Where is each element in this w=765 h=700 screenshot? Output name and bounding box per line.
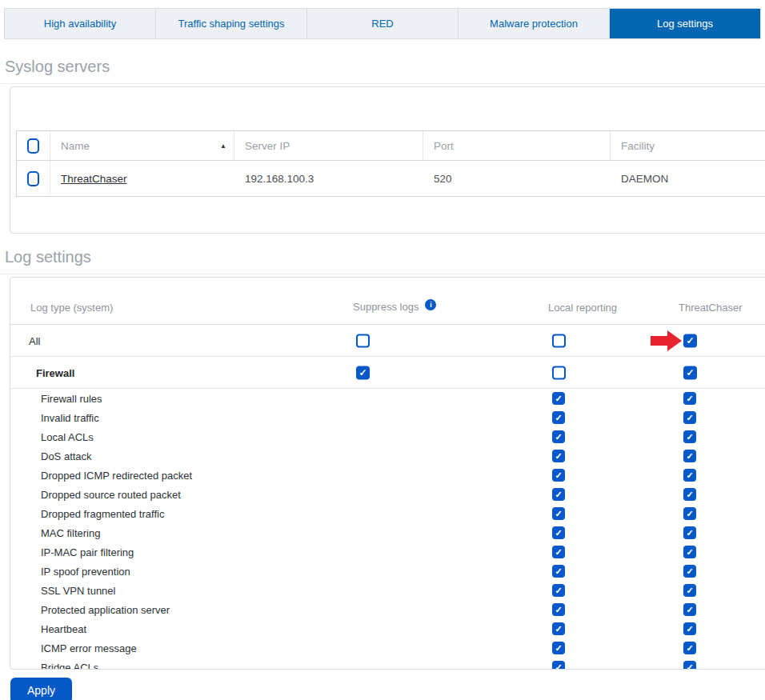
log-settings-header: Log type (system) Suppress logsi Local r… [10, 278, 765, 325]
log-row: SSL VPN tunnel✓✓ [10, 581, 765, 600]
column-header-name[interactable]: Name ▲ [50, 131, 234, 160]
log-settings-panel: Log type (system) Suppress logsi Local r… [10, 277, 765, 670]
column-header-server-ip[interactable]: Server IP [234, 131, 423, 160]
column-header-log-type: Log type (system) [30, 302, 113, 314]
log-row-label: Dropped fragmented traffic [41, 508, 164, 520]
log-row-label: IP-MAC pair filtering [41, 546, 134, 558]
apply-button[interactable]: Apply [10, 678, 72, 700]
row-select-checkbox[interactable] [27, 171, 39, 186]
remote-checkbox[interactable]: ✓ [683, 430, 696, 443]
local-checkbox[interactable]: ✓ [552, 469, 565, 482]
log-row: IP-MAC pair filtering✓✓ [10, 542, 765, 562]
remote-checkbox[interactable]: ✓ [683, 565, 696, 578]
local-checkbox[interactable] [552, 334, 566, 347]
local-checkbox[interactable]: ✓ [552, 603, 565, 616]
remote-checkbox[interactable]: ✓ [683, 334, 697, 347]
log-row: Firewall✓✓ [10, 357, 765, 389]
log-row-label: All [29, 334, 40, 346]
log-row: Local ACLs✓✓ [10, 427, 765, 446]
log-row: Invalid traffic✓✓ [10, 408, 765, 427]
log-row-label: Protected application server [41, 604, 170, 616]
local-checkbox[interactable] [552, 366, 566, 379]
remote-checkbox[interactable]: ✓ [683, 507, 696, 520]
log-row: IP spoof prevention✓✓ [10, 562, 765, 581]
row-select-cell [17, 161, 50, 196]
local-checkbox[interactable]: ✓ [552, 450, 565, 462]
log-row: MAC filtering✓✓ [10, 523, 765, 542]
info-icon[interactable]: i [425, 299, 436, 310]
log-row: DoS attack✓✓ [10, 446, 765, 466]
syslog-table: Name ▲ Server IP Port Facility ThreatCha… [16, 130, 765, 197]
tab-malware-protection[interactable]: Malware protection [459, 9, 610, 38]
remote-checkbox[interactable]: ✓ [683, 661, 696, 670]
syslog-section-title: Syslog servers [0, 58, 765, 84]
tab-high-availability[interactable]: High availability [5, 9, 156, 38]
local-checkbox[interactable]: ✓ [552, 584, 565, 597]
log-row: Dropped source routed packet✓✓ [10, 485, 765, 504]
column-header-threatchaser: ThreatChaser [679, 302, 742, 314]
remote-checkbox[interactable]: ✓ [683, 526, 696, 539]
log-row-label: Local ACLs [41, 431, 94, 443]
column-header-suppress-logs: Suppress logsi [353, 301, 436, 314]
log-row-label: IP spoof prevention [41, 566, 130, 578]
local-checkbox[interactable]: ✓ [552, 411, 565, 424]
log-row-label: Bridge ACLs [41, 662, 98, 670]
server-name-cell: ThreatChaser [50, 161, 234, 196]
local-checkbox[interactable]: ✓ [552, 392, 565, 405]
log-row-label: Heartbeat [41, 623, 86, 635]
remote-checkbox[interactable]: ✓ [683, 411, 696, 424]
remote-checkbox[interactable]: ✓ [683, 469, 696, 482]
local-checkbox[interactable]: ✓ [552, 488, 565, 501]
log-row: Dropped ICMP redirected packet✓✓ [10, 466, 765, 485]
remote-checkbox[interactable]: ✓ [683, 603, 696, 616]
log-row: Firewall rules✓✓ [10, 389, 765, 408]
suppress-checkbox[interactable] [356, 334, 370, 347]
log-rows: All✓Firewall✓✓Firewall rules✓✓Invalid tr… [10, 325, 765, 670]
sort-ascending-icon[interactable]: ▲ [220, 142, 226, 150]
log-row: Bridge ACLs✓✓ [10, 658, 765, 670]
local-checkbox[interactable]: ✓ [552, 661, 565, 670]
local-checkbox[interactable]: ✓ [552, 526, 565, 539]
column-header-port[interactable]: Port [423, 131, 611, 160]
column-header-facility[interactable]: Facility [611, 131, 765, 160]
remote-checkbox[interactable]: ✓ [683, 488, 696, 501]
local-checkbox[interactable]: ✓ [552, 565, 565, 578]
remote-checkbox[interactable]: ✓ [683, 546, 696, 558]
log-row-label: ICMP error message [41, 642, 137, 654]
tab-red[interactable]: RED [307, 9, 459, 38]
column-header-local-reporting: Local reporting [548, 302, 617, 314]
remote-checkbox[interactable]: ✓ [683, 622, 696, 635]
log-row: Heartbeat✓✓ [10, 619, 765, 638]
log-row-label: MAC filtering [41, 527, 100, 539]
suppress-checkbox[interactable]: ✓ [356, 366, 370, 379]
settings-tabbar: High availabilityTraffic shaping setting… [4, 8, 761, 39]
local-checkbox[interactable]: ✓ [552, 642, 565, 654]
log-row: ICMP error message✓✓ [10, 638, 765, 658]
local-checkbox[interactable]: ✓ [552, 546, 565, 558]
log-row-label: Dropped source routed packet [41, 489, 181, 501]
log-row: All✓ [10, 325, 765, 357]
remote-checkbox[interactable]: ✓ [683, 642, 696, 654]
remote-checkbox[interactable]: ✓ [683, 584, 696, 597]
log-row-label: SSL VPN tunnel [41, 585, 115, 597]
log-row: Dropped fragmented traffic✓✓ [10, 504, 765, 523]
server-port-cell: 520 [423, 161, 611, 196]
syslog-panel: Name ▲ Server IP Port Facility ThreatCha… [10, 86, 765, 234]
log-row: Protected application server✓✓ [10, 600, 765, 619]
select-all-cell [17, 131, 50, 160]
remote-checkbox[interactable]: ✓ [683, 392, 696, 405]
server-facility-cell: DAEMON [611, 161, 765, 196]
local-checkbox[interactable]: ✓ [552, 430, 565, 443]
remote-checkbox[interactable]: ✓ [683, 366, 697, 379]
syslog-table-header: Name ▲ Server IP Port Facility [17, 131, 765, 161]
local-checkbox[interactable]: ✓ [552, 507, 565, 520]
log-row-label: Invalid traffic [41, 412, 99, 424]
log-row-label: Dropped ICMP redirected packet [41, 470, 192, 482]
select-all-checkbox[interactable] [27, 138, 39, 154]
tab-log-settings[interactable]: Log settings [610, 9, 760, 38]
log-settings-section-title: Log settings [0, 248, 765, 274]
server-name-link[interactable]: ThreatChaser [61, 173, 127, 185]
tab-traffic-shaping-settings[interactable]: Traffic shaping settings [156, 9, 307, 38]
remote-checkbox[interactable]: ✓ [683, 450, 696, 462]
local-checkbox[interactable]: ✓ [552, 622, 565, 635]
